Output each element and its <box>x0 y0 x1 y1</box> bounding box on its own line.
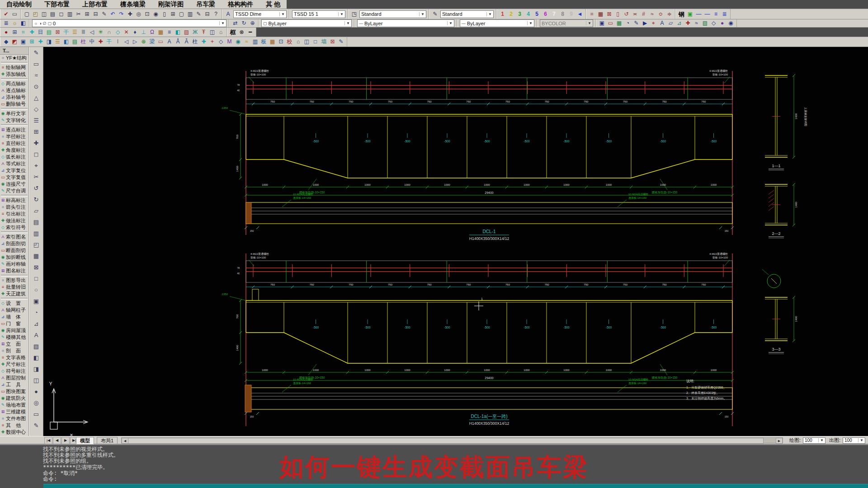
palette-item-尺寸自调[interactable]: ✎尺寸自调 <box>0 188 28 194</box>
palette-item-图名标注[interactable]: ⊞图名标注 <box>0 267 28 274</box>
color-3-icon[interactable]: 3 <box>515 10 524 18</box>
match-properties-icon[interactable]: ✎ <box>100 10 108 18</box>
palette-item-逐点轴标[interactable]: A逐点轴标 <box>0 87 28 94</box>
strip-tool-icon[interactable]: ▱ <box>29 205 43 216</box>
tool-icon[interactable]: ⊕ <box>139 38 148 46</box>
palette-item-文字复值[interactable]: ▭文字复值 <box>0 174 28 181</box>
cut-icon[interactable]: ✂ <box>74 10 83 18</box>
steel-icon[interactable]: 钢 <box>677 10 686 18</box>
chevron-down-icon[interactable]: ▼ <box>586 21 591 25</box>
tool-icon[interactable]: ✚ <box>199 38 208 46</box>
palette-item-轴网柱子[interactable]: A轴网柱子 <box>0 307 28 314</box>
palette-item-墙体[interactable]: ⊿墙 体 <box>0 314 28 320</box>
strip-tool-icon[interactable]: ▤ <box>29 216 43 228</box>
palette-item-图块图案[interactable]: ▭图块图案 <box>0 388 28 395</box>
tool-icon[interactable]: □ <box>311 38 320 46</box>
palette-item-文字转化[interactable]: ✎文字转化 <box>0 117 28 124</box>
layer-combo[interactable]: ☼◑∅▢0▼ <box>32 19 226 27</box>
sheet-icon[interactable]: ▭ <box>10 10 19 18</box>
table-style-icon[interactable]: ◳ <box>350 10 359 18</box>
color-combo[interactable]: ▢ByLayer▼ <box>261 19 352 27</box>
menu-5[interactable]: 刚架详图 <box>152 0 190 9</box>
palette-item-设置[interactable]: ◇设 置 <box>0 300 28 307</box>
palette-item-弧长标注[interactable]: ◇弧长标注 <box>0 154 28 160</box>
palette-item-连接尺寸[interactable]: ◉连接尺寸 <box>0 181 28 188</box>
strip-tool-icon[interactable]: ≈ <box>29 70 43 81</box>
tool-icon[interactable]: ⊠ <box>53 28 62 36</box>
tool-icon[interactable]: ◨ <box>45 38 53 46</box>
palette-item-角度标注[interactable]: ✚角度标注 <box>0 147 28 154</box>
linewidth-1-icon[interactable]: — <box>694 10 703 18</box>
palette-item-画对称轴[interactable]: ✎画对称轴 <box>0 261 28 267</box>
table-style-combo[interactable]: Standard▼ <box>359 10 426 18</box>
tool-icon[interactable]: ▱ <box>666 19 675 27</box>
plot-icon[interactable]: ▤ <box>48 10 57 18</box>
strip-tool-icon[interactable]: ↻ <box>29 194 43 205</box>
palette-item-图层控制[interactable]: A图层控制 <box>0 375 28 381</box>
tool-icon[interactable]: Ā <box>182 38 191 46</box>
chevron-down-icon[interactable]: ▼ <box>344 21 350 25</box>
dim-style-combo[interactable]: TSSD Dime▼ <box>233 10 287 18</box>
tool-icon[interactable]: ✕ <box>122 28 131 36</box>
tool-icon[interactable]: ◉ <box>234 38 242 46</box>
palette-item-断面剖切[interactable]: ▭断面剖切 <box>0 247 28 254</box>
palette-item-剖面[interactable]: ⌗剖 面 <box>0 347 28 354</box>
strip-tool-icon[interactable]: ↺ <box>29 183 43 194</box>
tool-icon[interactable]: ⌂ <box>217 28 225 36</box>
tool-icon[interactable]: ▯ <box>613 10 622 18</box>
tool-icon[interactable]: Ж <box>191 28 199 36</box>
tool-icon[interactable]: ▧ <box>701 19 709 27</box>
strip-tool-icon[interactable]: ◰ <box>29 239 43 250</box>
spellcheck-icon[interactable]: ✔ <box>2 10 10 18</box>
palette-item-单行文字[interactable]: ◉单行文字 <box>0 110 28 117</box>
color-7-icon[interactable]: 7 <box>550 10 558 18</box>
palette-item-标高标注[interactable]: ⊞标高标注 <box>0 197 28 204</box>
tool-icon[interactable]: ◆ <box>2 38 10 46</box>
chevron-down-icon[interactable]: ▼ <box>279 12 285 16</box>
tool-icon[interactable]: ≡ <box>165 28 174 36</box>
tool-icon[interactable]: ◇ <box>217 38 225 46</box>
drawing-canvas[interactable]: 7507507507507507507507507507507507504-M2… <box>43 47 868 436</box>
tool-icon[interactable]: 干 <box>105 38 113 46</box>
text-style-combo[interactable]: TSSD 15 1▼ <box>292 10 345 18</box>
strip-tool-icon[interactable]: ⊞ <box>29 126 43 137</box>
designcenter-icon[interactable]: ⊞ <box>169 10 177 18</box>
palette-item-立面[interactable]: ⊞立 面 <box>0 341 28 347</box>
strip-tool-icon[interactable]: ✎ <box>29 420 43 431</box>
color-6-icon[interactable]: 6 <box>541 10 550 18</box>
tool-icon[interactable]: ✚ <box>28 28 36 36</box>
palette-item-文字表格[interactable]: ≡文字表格 <box>0 354 28 361</box>
cad-drawing[interactable]: 7507507507507507507507507507507507504-M2… <box>43 47 868 436</box>
color-4-icon[interactable]: 4 <box>524 10 533 18</box>
tab-model[interactable]: 模型 <box>76 437 94 444</box>
palette-item-房间屋顶[interactable]: ◉房间屋顶 <box>0 327 28 334</box>
palette-item-索引图名[interactable]: A索引图名 <box>0 234 28 240</box>
strip-tool-icon[interactable]: ◔ <box>29 307 43 318</box>
no-print-icon[interactable]: ⊗ <box>237 28 246 36</box>
strip-tool-icon[interactable]: ⌖ <box>29 160 43 171</box>
tool-icon[interactable]: ✳ <box>96 28 105 36</box>
palette-item-箭头引注[interactable]: ⌗箭头引注 <box>0 204 28 211</box>
paste-icon[interactable]: ⊟ <box>91 10 100 18</box>
strip-tool-icon[interactable]: ◻ <box>29 149 43 160</box>
menu-4[interactable]: 檩条墙梁 <box>114 0 152 9</box>
palette-item-数据中心[interactable]: ✚数据中心 <box>0 429 28 436</box>
strip-tool-icon[interactable]: ⊠ <box>29 262 43 273</box>
tool-icon[interactable]: ⌂ <box>294 38 302 46</box>
linetype-combo[interactable]: —ByLayer▼ <box>357 19 454 27</box>
tool-icon[interactable]: ◧ <box>62 38 71 46</box>
linewidth-3-icon[interactable]: ≡ <box>712 10 720 18</box>
menu-7[interactable]: 格构构件 <box>222 0 259 9</box>
strip-tool-icon[interactable]: ▭ <box>29 408 43 420</box>
copy-icon[interactable]: ⊞ <box>83 10 91 18</box>
chevron-down-icon[interactable]: ▼ <box>419 12 425 16</box>
wipeout-icon[interactable]: ━ <box>246 28 255 36</box>
strip-tool-icon[interactable]: ◧ <box>29 352 43 363</box>
tool-icon[interactable]: ▨ <box>182 28 191 36</box>
tab-layout1[interactable]: 布局1 <box>97 437 118 444</box>
strip-tool-icon[interactable]: ⊙ <box>29 81 43 92</box>
tool-icon[interactable]: 墙 <box>320 38 328 46</box>
pan-icon[interactable]: ✚ <box>126 10 134 18</box>
palette-item-加折断线[interactable]: ◉加折断线 <box>0 254 28 261</box>
layer-properties-icon[interactable]: ≣ <box>2 19 10 27</box>
